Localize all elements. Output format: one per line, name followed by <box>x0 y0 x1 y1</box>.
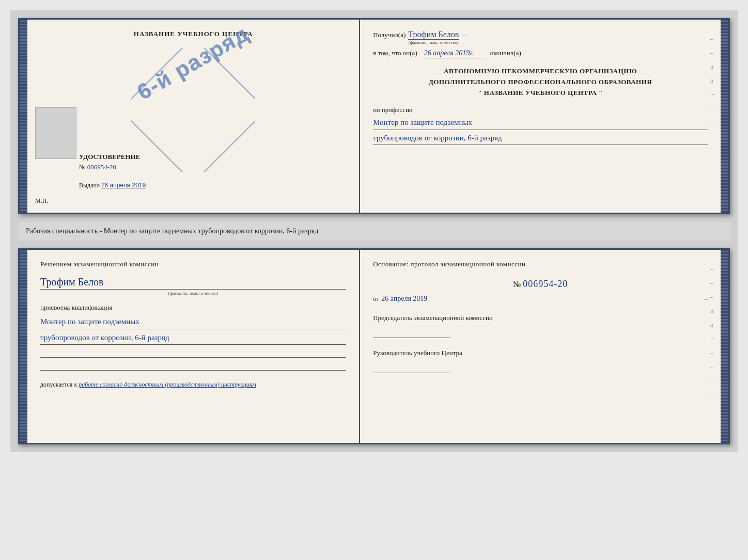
top-document: НАЗВАНИЕ УЧЕБНОГО ЦЕНТРА 6-й разряд УДОС… <box>18 18 730 214</box>
dash-3: – <box>710 105 716 113</box>
br-dash-7: – <box>710 391 716 398</box>
dash-4: – <box>710 119 716 126</box>
bottom-name-written: Трофим Белов <box>40 276 346 290</box>
recipient-name: Трофим Белов <box>408 30 459 40</box>
bottom-document: Решением экзаменационной комиссии Трофим… <box>18 248 730 444</box>
char-и: и <box>710 63 716 71</box>
org-line3: " НАЗВАНИЕ УЧЕБНОГО ЦЕНТРА " <box>373 88 708 99</box>
bottom-right-side-decorations: – – – и а ← – – – – <box>710 265 716 398</box>
bottom-right-panel: Основание: протокол экзаменационной коми… <box>360 250 721 443</box>
doc-inner-bottom: Решением экзаменационной комиссии Трофим… <box>27 250 721 443</box>
assigned-label: присвоена квалификация <box>40 303 346 312</box>
br-date-written: 26 апреля 2019 <box>381 295 427 303</box>
br-date-prefix: от <box>373 295 379 303</box>
cert-number-row: № 006954-20 <box>79 163 116 171</box>
br-head-sign-line <box>373 360 450 373</box>
profession-line1: Монтер по защите подземных <box>373 117 708 130</box>
br-dash-1: – <box>710 265 716 273</box>
bottom-spine-right <box>721 250 728 443</box>
br-dash-4: – <box>710 349 716 357</box>
profession-label: по профессии <box>373 106 708 114</box>
received-line: Получил(а) Трофим Белов (фамилия, имя, о… <box>373 30 708 45</box>
br-chairman-sign-line <box>373 325 450 338</box>
br-char-и: и <box>710 307 716 315</box>
admitted-label: допускается к <box>40 381 77 388</box>
br-number-prefix: № <box>513 280 521 289</box>
br-number-written: 006954-20 <box>523 279 568 289</box>
date-section: в том, что он(а) 26 апреля 2019г. окончи… <box>373 49 708 58</box>
br-number-block: № 006954-20 <box>373 279 708 290</box>
br-dash: – <box>705 295 708 303</box>
br-char-а: а <box>710 321 716 329</box>
bottom-name-sublabel: (фамилия, имя, отчество) <box>40 291 346 296</box>
br-head: Руководитель учебного Центра <box>373 348 708 358</box>
basis-title: Основание: протокол экзаменационной коми… <box>373 260 708 268</box>
issued-date: 26 апреля 2019 <box>101 182 146 189</box>
br-dash-5: – <box>710 363 716 371</box>
spine-left <box>20 20 27 213</box>
photo-placeholder <box>35 107 76 159</box>
received-label: Получил(а) <box>373 31 406 39</box>
spine-right <box>721 20 728 213</box>
completion-date: 26 апреля 2019г. <box>424 49 486 58</box>
br-dash-2: – <box>710 279 716 287</box>
doc-inner-top: НАЗВАНИЕ УЧЕБНОГО ЦЕНТРА 6-й разряд УДОС… <box>27 20 721 213</box>
right-side-decorations: – – и а ← – – – <box>710 35 716 140</box>
mp-label: М.П. <box>35 197 48 205</box>
char-а: а <box>710 77 716 85</box>
br-dash-6: – <box>710 377 716 385</box>
bottom-left-panel: Решением экзаменационной комиссии Трофим… <box>27 250 360 443</box>
blank-line-1 <box>40 347 346 358</box>
admitted-written: работе согласно должностным (производств… <box>79 381 256 388</box>
dash-5: – <box>710 133 716 140</box>
org-block: АВТОНОМНУЮ НЕКОММЕРЧЕСКУЮ ОРГАНИЗАЦИЮ ДО… <box>373 66 708 98</box>
cert-number-prefix: № <box>79 163 85 171</box>
dash-2: – <box>710 49 716 57</box>
org-line1: АВТОНОМНУЮ НЕКОММЕРЧЕСКУЮ ОРГАНИЗАЦИЮ <box>373 66 708 77</box>
in-that-label: в том, что он(а) <box>373 49 417 57</box>
org-line2: ДОПОЛНИТЕЛЬНОГО ПРОФЕССИОНАЛЬНОГО ОБРАЗО… <box>373 77 708 88</box>
page-wrapper: НАЗВАНИЕ УЧЕБНОГО ЦЕНТРА 6-й разряд УДОС… <box>10 10 738 452</box>
br-dash-3: – <box>710 293 716 301</box>
dash-separator: – <box>463 31 466 39</box>
blank-line-2 <box>40 360 346 371</box>
br-char-arrow: ← <box>710 335 716 343</box>
middle-text: Рабочая специальность - Монтер по защите… <box>18 222 730 241</box>
bottom-profession-line1: Монтер по защите подземных <box>40 316 346 329</box>
cert-number-value: 006954-20 <box>87 163 116 171</box>
top-left-title: НАЗВАНИЕ УЧЕБНОГО ЦЕНТРА <box>38 30 349 38</box>
finished-label: окончил(а) <box>490 49 521 57</box>
admitted-row: допускается к работе согласно должностны… <box>40 381 346 389</box>
issued-label: Выдано <box>79 182 100 189</box>
dash-1: – <box>710 35 716 43</box>
bottom-title: Решением экзаменационной комиссии <box>40 260 346 268</box>
issued-row: Выдано 26 апреля 2019 <box>79 182 146 189</box>
profession-line2: трубопроводов от коррозии, 6-й разряд <box>373 132 708 146</box>
bottom-profession-line2: трубопроводов от коррозии, 6-й разряд <box>40 332 346 345</box>
char-arrow: ← <box>710 91 716 99</box>
bottom-spine-left <box>20 250 27 443</box>
top-right-panel: Получил(а) Трофим Белов (фамилия, имя, о… <box>360 20 721 213</box>
top-left-panel: НАЗВАНИЕ УЧЕБНОГО ЦЕНТРА 6-й разряд УДОС… <box>27 20 360 213</box>
br-chairman: Председатель экзаменационной комиссии <box>373 313 708 323</box>
recipient-sublabel: (фамилия, имя, отчество) <box>408 40 459 45</box>
br-date-row: от 26 апреля 2019 – <box>373 295 708 303</box>
